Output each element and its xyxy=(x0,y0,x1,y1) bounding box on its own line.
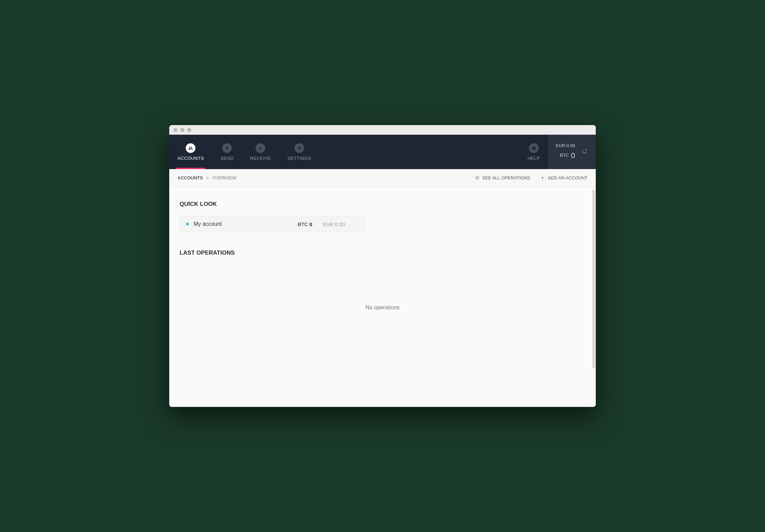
nav-tab-settings[interactable]: SETTINGS xyxy=(279,135,320,169)
app-window: ACCOUNTS SEND RECEIVE SETTINGS xyxy=(169,125,596,407)
account-eur-balance: EUR 0.00 xyxy=(323,221,345,227)
nav-tab-send[interactable]: SEND xyxy=(212,135,242,169)
sub-toolbar: ACCOUNTS > OVERVIEW SEE ALL OPERATIONS A… xyxy=(169,169,596,187)
nav-right-group: HELP EUR 0.00 BTC 0 xyxy=(519,135,596,169)
breadcrumb: ACCOUNTS > OVERVIEW xyxy=(177,175,236,180)
account-status-dot xyxy=(186,223,189,225)
chevron-right-icon xyxy=(356,221,359,227)
nav-tab-label: ACCOUNTS xyxy=(177,156,204,161)
window-close-dot[interactable] xyxy=(173,128,177,132)
nav-tab-label: SETTINGS xyxy=(288,156,311,161)
nav-left-group: ACCOUNTS SEND RECEIVE SETTINGS xyxy=(169,135,320,169)
account-btc-balance: BTC 0 xyxy=(298,221,312,227)
nav-tab-help[interactable]: HELP xyxy=(519,135,548,169)
balance-crypto-label: BTC xyxy=(560,152,569,159)
nav-tab-label: HELP xyxy=(528,156,540,161)
action-label: ADD AN ACCOUNT xyxy=(548,175,588,180)
nav-tab-label: RECEIVE xyxy=(250,156,271,161)
main-content: QUICK LOOK My account BTC 0 EUR 0.00 LAS… xyxy=(169,187,596,407)
breadcrumb-current: OVERVIEW xyxy=(212,175,236,180)
scrollbar[interactable] xyxy=(592,190,595,368)
refresh-button[interactable] xyxy=(581,148,588,156)
accounts-icon xyxy=(186,143,195,153)
send-icon xyxy=(222,143,232,153)
subbar-actions: SEE ALL OPERATIONS ADD AN ACCOUNT xyxy=(475,175,588,180)
breadcrumb-root[interactable]: ACCOUNTS xyxy=(177,175,203,180)
breadcrumb-separator: > xyxy=(206,175,209,180)
balance-panel: EUR 0.00 BTC 0 xyxy=(548,135,596,169)
account-name: My account xyxy=(194,221,222,227)
section-title-last-operations: LAST OPERATIONS xyxy=(180,250,585,256)
action-label: SEE ALL OPERATIONS xyxy=(482,175,530,180)
settings-icon xyxy=(294,143,304,153)
receive-icon xyxy=(256,143,265,153)
nav-tab-label: SEND xyxy=(220,156,234,161)
section-title-quick-look: QUICK LOOK xyxy=(180,201,585,208)
plus-icon xyxy=(540,176,545,180)
add-account-button[interactable]: ADD AN ACCOUNT xyxy=(540,175,588,180)
main-navbar: ACCOUNTS SEND RECEIVE SETTINGS xyxy=(169,135,596,169)
help-icon xyxy=(529,143,539,153)
balance-fiat: EUR 0.00 xyxy=(556,142,575,149)
window-maximize-dot[interactable] xyxy=(187,128,191,132)
list-icon xyxy=(475,176,480,180)
empty-operations-message: No operations xyxy=(180,304,585,311)
account-row[interactable]: My account BTC 0 EUR 0.00 xyxy=(180,216,365,232)
balance-text: EUR 0.00 BTC 0 xyxy=(556,142,575,162)
window-minimize-dot[interactable] xyxy=(180,128,184,132)
balance-crypto-value: 0 xyxy=(571,149,575,162)
nav-tab-receive[interactable]: RECEIVE xyxy=(242,135,279,169)
nav-tab-accounts[interactable]: ACCOUNTS xyxy=(169,135,212,169)
see-all-operations-button[interactable]: SEE ALL OPERATIONS xyxy=(475,175,530,180)
window-titlebar xyxy=(169,125,596,135)
